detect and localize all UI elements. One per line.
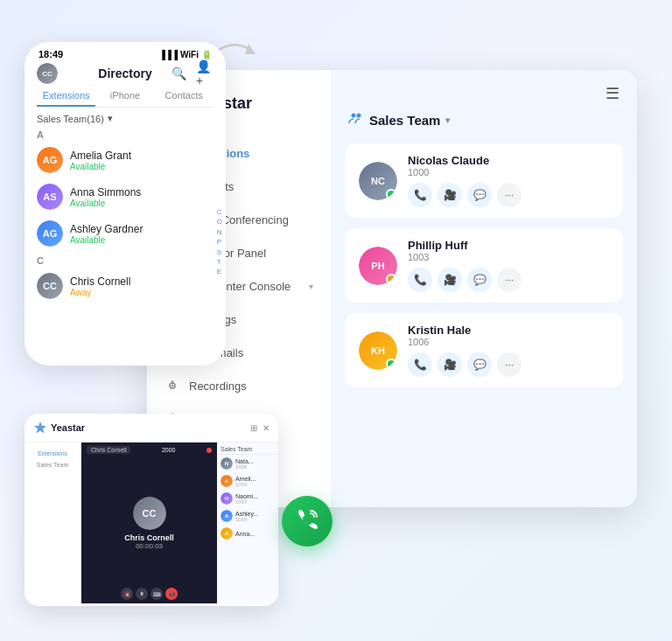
dropdown-icon[interactable]: ▾	[108, 113, 113, 124]
avatar: AS	[37, 184, 63, 210]
phone-group-header: Sales Team(16) ▾	[24, 108, 226, 126]
list-item[interactable]: AG Amelia Grant Available	[24, 142, 226, 178]
call-button[interactable]: 📞	[408, 268, 432, 292]
search-icon[interactable]: 🔍	[170, 65, 187, 82]
small-content: Extensions Sales Team Chris Cornell 2000…	[24, 442, 278, 603]
list-item[interactable]: AG Ashley Gardner Available	[24, 215, 226, 252]
sales-team-chevron[interactable]: ▾	[445, 115, 450, 125]
avatar: A	[220, 475, 233, 487]
keypad-button[interactable]: ⌨	[150, 588, 163, 600]
section-a: A	[24, 126, 226, 142]
list-item[interactable]: AS Anna Simmons Available	[24, 178, 226, 215]
video-button[interactable]: 🎥	[438, 352, 462, 377]
message-button[interactable]: 💬	[467, 268, 492, 292]
contact-info: Nicolas Claude 1000 📞 🎥 💬 ···	[408, 154, 609, 207]
small-logo: Yeastar	[33, 421, 85, 435]
list-item[interactable]: N Nata... 1005	[217, 455, 278, 472]
avatar: AG	[37, 220, 63, 247]
contact-ext: 1000	[408, 167, 609, 178]
sales-team-label: Sales Team	[369, 113, 440, 128]
message-button[interactable]: 💬	[467, 352, 492, 377]
message-button[interactable]: 💬	[467, 183, 492, 207]
phone-tabs: Extensions iPhone Contacts	[37, 86, 214, 108]
svg-marker-0	[245, 44, 256, 54]
contact-actions: 📞 🎥 💬 ···	[408, 183, 609, 207]
tab-iphone[interactable]: iPhone	[95, 86, 154, 107]
avatar: A	[220, 510, 233, 522]
small-grid-icon: ⊞	[250, 423, 257, 433]
more-button[interactable]: ···	[497, 268, 522, 292]
contact-info: Ashley Gardner Available	[70, 223, 214, 245]
video-button[interactable]: 🎥	[438, 183, 462, 207]
sidebar-label-recordings: Recordings	[189, 380, 247, 393]
contact-actions: 📞 🎥 💬 ···	[408, 268, 609, 292]
index-n: N	[217, 228, 222, 237]
call-screen-header: Chris Cornell 2000	[87, 446, 212, 454]
add-contact-icon[interactable]: 👤+	[196, 65, 214, 82]
contact-info: Amelia Grant Available	[70, 150, 214, 171]
contact-info: Ashley... 1004	[235, 511, 258, 522]
more-button[interactable]: ···	[497, 352, 522, 377]
contact-card-phillip[interactable]: PH Phillip Huff 1003 📞 🎥 💬 ···	[345, 228, 623, 303]
contact-card-nicolas[interactable]: NC Nicolas Claude 1000 📞 🎥 💬 ···	[345, 143, 623, 218]
list-item[interactable]: A Anna...	[217, 525, 278, 542]
more-button[interactable]: ···	[497, 183, 522, 207]
call-indicator	[206, 448, 212, 453]
small-close-icon: ✕	[262, 423, 270, 433]
menu-icon[interactable]: ☰	[606, 84, 620, 103]
wifi-icon: WiFi	[180, 50, 199, 59]
contact-name: Chris Cornell	[70, 275, 214, 288]
end-call-button[interactable]: 📵	[165, 588, 178, 600]
index-s: S	[217, 248, 222, 257]
contact-ext: 1006	[408, 337, 609, 347]
recordings-icon	[164, 378, 180, 394]
avatar: N	[220, 492, 233, 505]
small-right-header: Sales Team	[217, 442, 278, 455]
contact-info: Naomi... 1007	[235, 493, 258, 505]
contact-info: Nata... 1005	[235, 458, 254, 470]
avatar: AG	[37, 147, 63, 173]
contact-ext: 1003	[408, 252, 609, 262]
svg-point-22	[352, 114, 356, 118]
signal-icon: ▐▐▐	[159, 50, 178, 59]
contact-name: Kristin Hale	[408, 324, 609, 337]
list-item[interactable]: A Ashley... 1004	[217, 507, 278, 525]
contact-actions: 📞 🎥 💬 ···	[408, 352, 609, 377]
list-item[interactable]: A Ameli... 1004	[217, 472, 278, 490]
mute-button[interactable]: 🔇	[121, 588, 133, 600]
contact-name: Phillip Huff	[408, 239, 609, 252]
sales-team-header: Sales Team ▾	[331, 110, 637, 143]
desktop-topbar: ☰	[331, 70, 637, 110]
svg-marker-24	[34, 422, 46, 434]
small-nav-salesteam[interactable]: Sales Team	[24, 459, 80, 470]
contact-status: Available	[70, 235, 214, 245]
video-button[interactable]: 🎥	[438, 268, 462, 292]
call-button[interactable]: 📞	[408, 183, 432, 207]
svg-point-23	[357, 114, 361, 118]
tab-contacts[interactable]: Contacts	[155, 86, 214, 107]
small-nav-extensions[interactable]: Extensions	[24, 448, 80, 459]
contact-status: Available	[70, 199, 214, 208]
phone-user-avatar: CC	[37, 63, 58, 84]
contact-status: Away	[70, 288, 214, 297]
small-topbar-icons: ⊞ ✕	[250, 423, 270, 433]
sidebar-item-recordings[interactable]: Recordings	[147, 369, 331, 402]
phone-title: Directory	[98, 66, 151, 80]
small-topbar: Yeastar ⊞ ✕	[24, 414, 278, 442]
svg-point-19	[172, 385, 173, 387]
list-item[interactable]: N Naomi... 1007	[217, 490, 278, 507]
contact-card-kristin[interactable]: KH Kristin Hale 1006 📞 🎥 💬 ···	[345, 313, 623, 387]
phone-header-icons: 🔍 👤+	[170, 65, 214, 82]
tab-extensions[interactable]: Extensions	[37, 86, 95, 107]
small-desktop-mockup: Yeastar ⊞ ✕ Extensions Sales Team Chris …	[24, 414, 278, 606]
list-item[interactable]: CC Chris Cornell Away	[24, 268, 226, 304]
fab-call-button[interactable]	[282, 496, 332, 547]
contact-info: Anna...	[235, 531, 255, 537]
status-badge	[386, 274, 396, 284]
hold-button[interactable]: ⏸	[136, 588, 148, 600]
avatar: A	[220, 527, 233, 540]
contact-info: Anna Simmons Available	[70, 186, 214, 208]
status-badge	[386, 189, 396, 199]
call-button[interactable]: 📞	[408, 352, 432, 377]
small-right-panel: Sales Team N Nata... 1005 A Ameli... 100…	[217, 442, 278, 603]
